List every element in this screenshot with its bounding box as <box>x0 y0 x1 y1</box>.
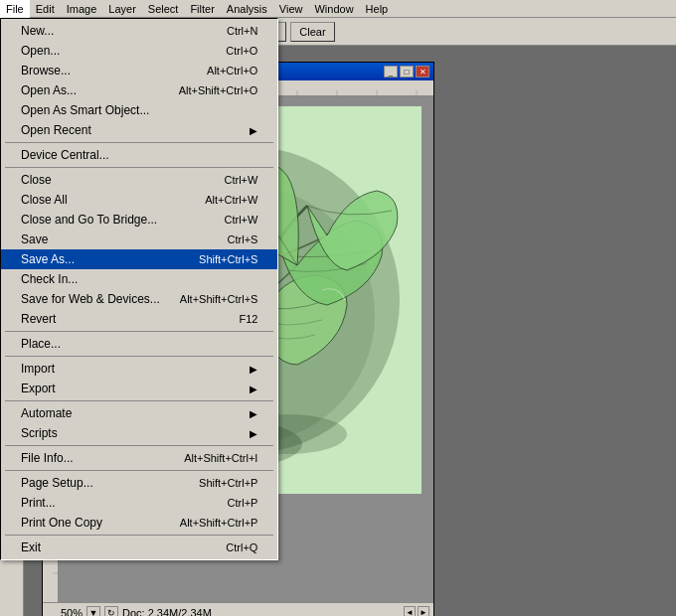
file-menu: New... Ctrl+N Open... Ctrl+O Browse... A… <box>0 18 278 560</box>
menu-help[interactable]: Help <box>360 0 395 18</box>
divider-8 <box>5 535 273 536</box>
maximize-button[interactable]: □ <box>400 66 414 77</box>
menu-new[interactable]: New... Ctrl+N <box>1 21 277 41</box>
menu-file-info[interactable]: File Info... Alt+Shift+Ctrl+I <box>1 448 277 468</box>
doc-info: Doc: 2.34M/2.34M <box>122 607 212 617</box>
zoom-level: 50% <box>47 607 83 617</box>
menu-save[interactable]: Save Ctrl+S <box>1 230 277 249</box>
menu-image[interactable]: Image <box>61 0 103 18</box>
menu-select[interactable]: Select <box>142 0 185 18</box>
image-window-controls: _ □ ✕ <box>384 66 429 77</box>
divider-2 <box>5 167 273 168</box>
menu-filter[interactable]: Filter <box>184 0 220 18</box>
menu-print[interactable]: Print... Ctrl+P <box>1 493 277 513</box>
menu-window[interactable]: Window <box>308 0 359 18</box>
zoom-menu-button[interactable]: ▼ <box>86 606 100 617</box>
minimize-button[interactable]: _ <box>384 66 398 77</box>
divider-5 <box>5 400 273 401</box>
divider-4 <box>5 356 273 357</box>
menu-check-in[interactable]: Check In... <box>1 269 277 289</box>
menu-close-all[interactable]: Close All Alt+Ctrl+W <box>1 190 277 210</box>
menu-revert[interactable]: Revert F12 <box>1 309 277 329</box>
menu-save-as[interactable]: Save As... Shift+Ctrl+S <box>1 249 277 269</box>
menu-open-recent[interactable]: Open Recent ▶ <box>1 120 277 140</box>
menu-scripts[interactable]: Scripts ▶ <box>1 423 277 443</box>
menu-view[interactable]: View <box>273 0 309 18</box>
menu-automate[interactable]: Automate ▶ <box>1 403 277 423</box>
scroll-left[interactable]: ◄ <box>404 606 416 617</box>
menu-export[interactable]: Export ▶ <box>1 379 277 398</box>
menu-page-setup[interactable]: Page Setup... Shift+Ctrl+P <box>1 473 277 493</box>
menu-save-web[interactable]: Save for Web & Devices... Alt+Shift+Ctrl… <box>1 289 277 309</box>
menu-open[interactable]: Open... Ctrl+O <box>1 41 277 61</box>
menu-close-go-bridge[interactable]: Close and Go To Bridge... Ctrl+W <box>1 210 277 230</box>
menu-open-as[interactable]: Open As... Alt+Shift+Ctrl+O <box>1 80 277 100</box>
menu-import[interactable]: Import ▶ <box>1 359 277 379</box>
menu-file[interactable]: File <box>0 0 30 18</box>
menu-device-central[interactable]: Device Central... <box>1 145 277 165</box>
menu-place[interactable]: Place... <box>1 334 277 354</box>
divider-3 <box>5 331 273 332</box>
divider-7 <box>5 470 273 471</box>
menu-layer[interactable]: Layer <box>102 0 142 18</box>
clear-button[interactable]: Clear <box>290 22 334 42</box>
divider-6 <box>5 445 273 446</box>
scroll-nav: ◄ ► <box>404 606 429 617</box>
menubar: File Edit Image Layer Select Filter Anal… <box>0 0 676 18</box>
menu-analysis[interactable]: Analysis <box>221 0 273 18</box>
status-bar: 50% ▼ ↻ Doc: 2.34M/2.34M ◄ ► <box>43 602 433 616</box>
file-dropdown-overlay: New... Ctrl+N Open... Ctrl+O Browse... A… <box>0 18 278 560</box>
menu-open-smart-object[interactable]: Open As Smart Object... <box>1 100 277 120</box>
menu-exit[interactable]: Exit Ctrl+Q <box>1 538 277 557</box>
scroll-right[interactable]: ► <box>418 606 429 617</box>
menu-edit[interactable]: Edit <box>30 0 61 18</box>
menu-print-one-copy[interactable]: Print One Copy Alt+Shift+Ctrl+P <box>1 513 277 533</box>
menu-browse[interactable]: Browse... Alt+Ctrl+O <box>1 61 277 80</box>
divider-1 <box>5 142 273 143</box>
refresh-button[interactable]: ↻ <box>104 606 118 617</box>
menu-close[interactable]: Close Ctrl+W <box>1 170 277 190</box>
close-button[interactable]: ✕ <box>416 66 429 77</box>
